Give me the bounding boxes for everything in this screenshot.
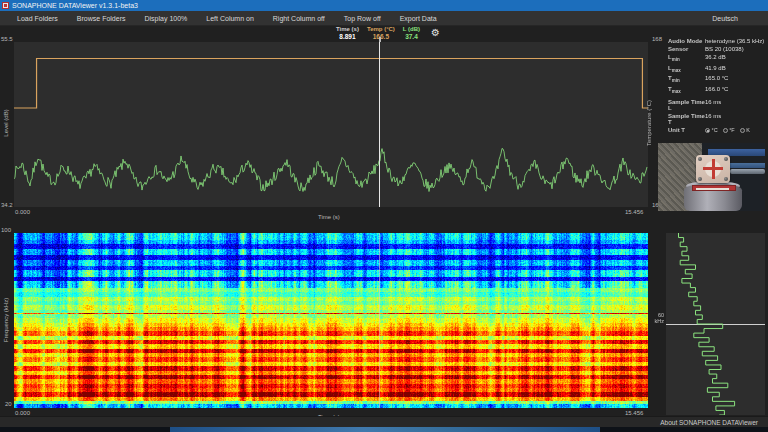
info-label-sub: max xyxy=(672,89,681,94)
info-value: heterodyne (36.5 kHz) xyxy=(705,38,764,44)
menu-left-column[interactable]: Left Column on xyxy=(200,13,259,24)
menu-top-row[interactable]: Top Row off xyxy=(338,13,387,24)
window-title: SONAPHONE DATAViewer v1.3.1-beta3 xyxy=(12,0,138,11)
bolt-icon xyxy=(698,177,702,181)
taskbar-blue-segment xyxy=(170,427,600,432)
marker-unit: kHz xyxy=(651,318,664,324)
readout-level-label: L (dB) xyxy=(403,26,420,33)
info-label-sub: max xyxy=(672,68,681,73)
info-label: Sensor xyxy=(668,46,688,52)
menu-right-column[interactable]: Right Column off xyxy=(267,13,331,24)
temp-axis-max-tick: 168 xyxy=(652,36,662,42)
readout-level-value: 37.4 xyxy=(405,33,418,41)
temperature-axis-label: Temperature (°C) xyxy=(646,92,652,154)
info-label-sub: min xyxy=(672,78,680,83)
menu-display-100[interactable]: Display 100% xyxy=(139,13,194,24)
info-row-audio-mode: Audio Mode heterodyne (36.5 kHz) xyxy=(668,38,766,44)
radio-icon xyxy=(740,128,745,133)
menu-browse-folders[interactable]: Browse Folders xyxy=(71,13,132,24)
info-label: Sample Time L xyxy=(668,99,705,111)
sensor-camera-image xyxy=(658,143,765,211)
menu-bar: Load Folders Browse Folders Display 100%… xyxy=(0,11,768,26)
bolt-icon xyxy=(698,157,702,161)
radio-label: °C xyxy=(712,127,718,133)
info-row-lmax: Lmax 41.9 dB xyxy=(668,65,766,73)
camera-red-label xyxy=(692,185,736,191)
unit-radio-kelvin[interactable]: K xyxy=(740,127,750,133)
radio-label: °F xyxy=(729,127,735,133)
level-temperature-chart[interactable] xyxy=(14,42,648,207)
unit-t-radio-group: °C °F K xyxy=(705,127,750,133)
info-value: 16 ms xyxy=(705,113,721,125)
menu-export-data[interactable]: Export Data xyxy=(394,13,443,24)
info-row-sample-time-t: Sample Time T 16 ms xyxy=(668,113,766,125)
level-axis-min-tick: 34.2 xyxy=(1,202,13,208)
status-bar: About SONAPHONE DATAViewer xyxy=(0,416,768,427)
readout-level: L (dB) 37.4 xyxy=(403,26,420,42)
info-row-sensor: Sensor BS 20 (10038) xyxy=(668,46,766,52)
about-link[interactable]: About SONAPHONE DATAViewer xyxy=(660,419,758,426)
info-row-tmax: Tmax 166.0 °C xyxy=(668,86,766,94)
title-bar[interactable]: SONAPHONE DATAViewer v1.3.1-beta3 xyxy=(0,0,768,11)
settings-gear-icon[interactable]: ⚙ xyxy=(431,26,440,42)
top-chart-xaxis-label: Time (s) xyxy=(318,214,340,220)
freq-axis-min-tick: 20 xyxy=(5,401,12,407)
readout-time-label: Time (s) xyxy=(336,26,359,33)
info-value: 16 ms xyxy=(705,99,721,111)
readout-time-value: 8.891 xyxy=(339,33,355,41)
spectrogram-chart[interactable] xyxy=(14,233,648,408)
frequency-axis-label: Frequency (kHz) xyxy=(3,291,9,349)
info-value: 165.0 °C xyxy=(705,75,728,83)
unit-radio-celsius[interactable]: °C xyxy=(705,127,718,133)
app-icon xyxy=(2,2,9,9)
radio-label: K xyxy=(746,127,750,133)
menu-language-deutsch[interactable]: Deutsch xyxy=(706,13,744,24)
info-value: BS 20 (10038) xyxy=(705,46,744,52)
readout-time: Time (s) 8.891 xyxy=(336,26,359,42)
info-row-lmin: Lmin 36.2 dB xyxy=(668,54,766,62)
unit-radio-fahrenheit[interactable]: °F xyxy=(723,127,735,133)
camera-pipe xyxy=(730,169,765,174)
camera-sensor-device xyxy=(696,155,730,183)
info-label-sub: min xyxy=(672,58,680,63)
top-chart-xmin-tick: 0.000 xyxy=(15,209,30,215)
spectrum-panel xyxy=(666,233,765,415)
radio-icon xyxy=(723,128,728,133)
level-axis-label: Level (dB) xyxy=(3,102,9,144)
bottom-strip xyxy=(0,427,768,432)
spectrum-marker-label: 60 kHz xyxy=(651,312,664,324)
measurement-info-panel: Audio Mode heterodyne (36.5 kHz) Sensor … xyxy=(668,38,766,135)
info-value: 41.9 dB xyxy=(705,65,726,73)
menu-load-folders[interactable]: Load Folders xyxy=(11,13,64,24)
top-chart-xmax-tick: 15.456 xyxy=(625,209,643,215)
info-row-tmin: Tmin 165.0 °C xyxy=(668,75,766,83)
bolt-icon xyxy=(724,157,728,161)
spectrum-chart[interactable] xyxy=(666,233,765,415)
info-label: Audio Mode xyxy=(668,38,702,44)
readout-temp-label: Temp (°C) xyxy=(367,26,395,33)
radio-icon xyxy=(705,128,710,133)
cursor-readout: Time (s) 8.891 Temp (°C) 166.5 L (dB) 37… xyxy=(336,26,440,42)
info-value: 36.2 dB xyxy=(705,54,726,62)
info-row-unit-t: Unit T °C °F K xyxy=(668,127,766,133)
info-label: Sample Time T xyxy=(668,113,705,125)
app-window: SONAPHONE DATAViewer v1.3.1-beta3 Load F… xyxy=(0,0,768,432)
info-row-sample-time-l: Sample Time L 16 ms xyxy=(668,99,766,111)
bolt-icon xyxy=(724,177,728,181)
info-label: Unit T xyxy=(668,127,685,133)
freq-axis-max-tick: 100 xyxy=(1,227,11,233)
red-cross-horizontal xyxy=(703,167,723,170)
info-value: 166.0 °C xyxy=(705,86,728,94)
level-axis-max-tick: 55.5 xyxy=(1,36,13,42)
